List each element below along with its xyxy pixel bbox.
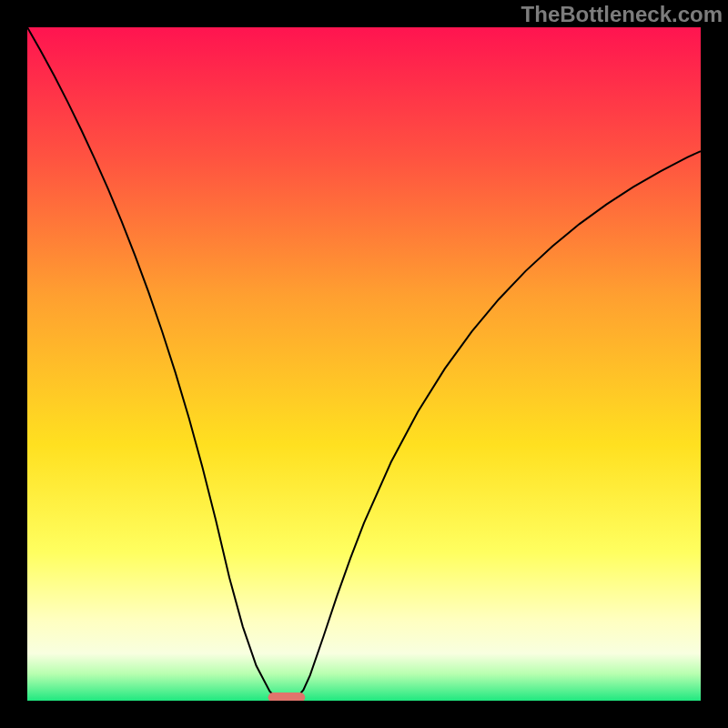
bottleneck-curve [27, 27, 701, 701]
chart-svg [27, 27, 701, 701]
minimum-marker [268, 693, 306, 701]
chart-frame: TheBottleneck.com [0, 0, 728, 728]
plot-area [27, 27, 701, 701]
watermark-text: TheBottleneck.com [521, 2, 723, 27]
